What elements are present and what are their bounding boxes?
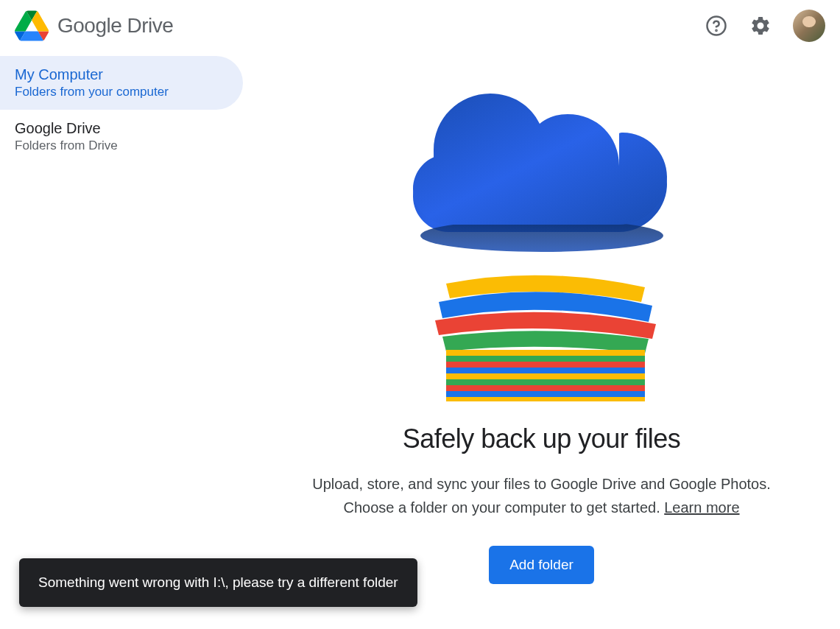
sidebar-item-google-drive[interactable]: Google Drive Folders from Drive xyxy=(0,110,243,164)
svg-rect-12 xyxy=(446,397,645,401)
toast-message: Something went wrong with I:\, please tr… xyxy=(38,574,398,590)
add-folder-button[interactable]: Add folder xyxy=(489,546,594,584)
settings-gear-icon[interactable] xyxy=(749,14,772,38)
svg-rect-9 xyxy=(446,379,645,385)
logo-area: Google Drive xyxy=(15,10,173,41)
sidebar-item-title: Google Drive xyxy=(15,120,228,137)
sidebar: My Computer Folders from your computer G… xyxy=(0,52,243,629)
sidebar-item-title: My Computer xyxy=(15,66,228,83)
header: Google Drive xyxy=(0,0,840,52)
main: My Computer Folders from your computer G… xyxy=(0,52,840,629)
content: Safely back up your files Upload, store,… xyxy=(243,52,840,629)
page-heading: Safely back up your files xyxy=(403,424,681,454)
help-icon[interactable] xyxy=(705,14,728,38)
page-description: Upload, store, and sync your files to Go… xyxy=(312,472,771,519)
error-toast: Something went wrong with I:\, please tr… xyxy=(19,558,417,607)
svg-point-1 xyxy=(716,30,716,31)
sidebar-item-subtitle: Folders from Drive xyxy=(15,138,228,153)
svg-rect-7 xyxy=(446,368,645,373)
svg-rect-8 xyxy=(446,373,645,379)
sidebar-item-my-computer[interactable]: My Computer Folders from your computer xyxy=(0,56,243,110)
svg-rect-4 xyxy=(446,350,645,356)
svg-rect-6 xyxy=(446,362,645,368)
sidebar-item-subtitle: Folders from your computer xyxy=(15,85,228,99)
avatar[interactable] xyxy=(793,10,825,42)
logo-text: Google Drive xyxy=(57,14,173,38)
backup-illustration xyxy=(402,92,682,401)
svg-rect-10 xyxy=(446,385,645,391)
learn-more-link[interactable]: Learn more xyxy=(664,499,739,516)
svg-rect-5 xyxy=(446,356,645,362)
svg-rect-11 xyxy=(446,391,645,397)
header-actions xyxy=(705,10,825,42)
drive-logo-icon xyxy=(15,10,49,41)
